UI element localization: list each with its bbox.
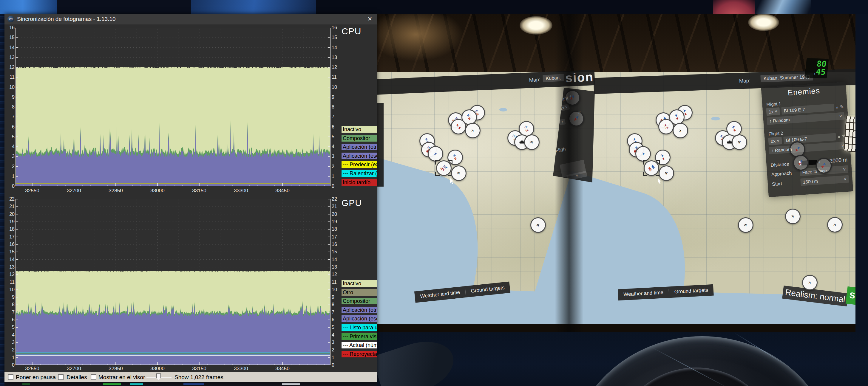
y-tick-label: 9 xyxy=(332,95,334,100)
title-bar[interactable]: VR Sincronización de fotogramas - 1.13.1… xyxy=(4,14,377,25)
glitch-pixel xyxy=(130,383,143,385)
pause-label: Poner en pausa xyxy=(16,374,56,381)
map-marker-k1[interactable]: ✈ xyxy=(524,134,539,150)
legend-item: Inactivo xyxy=(342,126,377,133)
wallpaper-right-strip xyxy=(856,14,868,332)
cpu-y-axis-left: 012345678910111213141516 xyxy=(5,28,14,186)
y-tick-label: 10 xyxy=(332,287,337,292)
frame-timing-window: VR Sincronización de fotogramas - 1.13.1… xyxy=(4,14,377,382)
y-tick-label: 8 xyxy=(332,104,334,110)
y-tick-label: 1 xyxy=(332,355,334,360)
y-tick-label: 7 xyxy=(12,310,14,315)
gpu-chart-title: GPU xyxy=(342,198,362,208)
y-tick-label: 18 xyxy=(9,227,14,232)
y-tick-label: 6 xyxy=(12,317,14,323)
map-marker-r2[interactable]: ✈✈ xyxy=(658,119,674,134)
plane-icon: ✈ xyxy=(743,222,748,228)
y-tick-label: 8 xyxy=(12,302,14,307)
legend-item: --- Primera visu xyxy=(342,333,377,340)
plane-icon: ✈ xyxy=(529,139,534,145)
x-tick-label: 32700 xyxy=(67,188,81,194)
y-tick-label: 9 xyxy=(332,294,334,300)
details-checkbox[interactable] xyxy=(58,374,64,380)
y-tick-label: 20 xyxy=(9,212,14,217)
x-tick-label: 32700 xyxy=(67,366,81,372)
map-marker-r2[interactable]: ✈✈ xyxy=(451,119,466,134)
map-marker-k1[interactable]: ✈ xyxy=(827,217,843,232)
y-tick-label: 15 xyxy=(9,35,14,40)
plane-icon: ✈ xyxy=(664,170,669,176)
y-tick-label: 14 xyxy=(332,257,337,262)
plane-icon: ✈ xyxy=(456,170,461,176)
x-tick-label: 32850 xyxy=(108,188,123,194)
frames-slider-thumb[interactable] xyxy=(156,374,161,380)
map-marker-k1[interactable]: ✈ xyxy=(659,165,674,181)
legend-item: Inicio tardío xyxy=(342,179,377,186)
map-marker-k1[interactable]: ✈ xyxy=(738,217,753,233)
map-marker-dial[interactable]: ✈✈ xyxy=(793,155,809,171)
glitch-strip xyxy=(4,382,377,386)
stereo-seam xyxy=(555,14,583,332)
y-tick-label: 0 xyxy=(332,362,334,368)
y-tick-label: 8 xyxy=(332,302,334,307)
y-tick-label: 2 xyxy=(12,347,14,353)
map-marker-k1[interactable]: ✈ xyxy=(465,123,480,138)
y-tick-label: 13 xyxy=(9,264,14,270)
y-tick-label: 18 xyxy=(332,227,337,232)
map-marker-b1[interactable]: ✈ xyxy=(428,146,443,162)
legend-item: Inactivo xyxy=(342,280,377,287)
legend-item: Otro xyxy=(342,289,377,296)
plane-icon: ✈ xyxy=(675,116,680,121)
x-tick-label: 33450 xyxy=(275,188,289,194)
map-marker-k1[interactable]: ✈ xyxy=(530,217,546,233)
glitch-pixel xyxy=(282,383,300,385)
glitch-pixel xyxy=(183,383,204,385)
y-tick-label: 5 xyxy=(12,325,14,330)
y-tick-label: 14 xyxy=(9,45,14,51)
x-tick-label: 33150 xyxy=(192,366,206,372)
y-tick-label: 3 xyxy=(332,154,334,159)
y-tick-label: 15 xyxy=(332,249,337,255)
selection-brackets xyxy=(643,160,660,176)
cpu-legend: InactivoCompositorAplicación (otroAplica… xyxy=(342,126,377,186)
y-tick-label: 14 xyxy=(9,257,14,262)
x-tick-label: 32850 xyxy=(108,366,123,372)
y-tick-label: 5 xyxy=(332,325,334,330)
y-tick-label: 3 xyxy=(12,340,14,345)
map-marker-k1[interactable]: ✈ xyxy=(802,275,817,290)
y-tick-label: 6 xyxy=(332,317,334,323)
gpu-legend: InactivoOtroCompositorAplicación (otroAp… xyxy=(342,280,377,364)
map-marker-k1[interactable]: ✈ xyxy=(732,134,747,150)
y-tick-label: 1 xyxy=(12,355,14,360)
y-tick-label: 1 xyxy=(12,174,14,179)
y-tick-label: 19 xyxy=(9,219,14,224)
y-tick-label: 5 xyxy=(332,134,334,139)
y-tick-label: 1 xyxy=(332,174,334,179)
pause-checkbox[interactable] xyxy=(8,374,13,380)
y-tick-label: 11 xyxy=(332,280,337,285)
map-markers-layer: ✈✈✈✈✈✈✈✈✈✈✈✈✈✈✈✈✈✈✈✈✈✈✈✈✈✈✈✈✈✈✈✈✈✈✈✈✈✈✈✈… xyxy=(377,14,856,332)
y-tick-label: 13 xyxy=(332,55,337,60)
map-marker-k1[interactable]: ✈ xyxy=(451,165,466,181)
y-tick-label: 10 xyxy=(9,287,14,292)
map-marker-b1[interactable]: ✈ xyxy=(636,146,651,162)
plane-icon: ✈ xyxy=(790,214,796,219)
plane-icon: ✈ xyxy=(737,139,742,145)
x-tick-label: 33000 xyxy=(150,188,164,194)
tank-icon xyxy=(520,141,525,144)
legend-item: Compositor xyxy=(342,135,377,141)
map-marker-k1[interactable]: ✈ xyxy=(673,123,688,138)
y-tick-label: 11 xyxy=(332,74,337,80)
y-tick-label: 4 xyxy=(12,332,14,338)
x-tick-label: 33300 xyxy=(234,366,248,372)
cpu-chart-plot xyxy=(16,28,331,186)
y-tick-label: 15 xyxy=(9,249,14,255)
map-marker-k1[interactable]: ✈ xyxy=(785,208,801,224)
frames-count-label: Show 1,022 frames xyxy=(175,374,223,381)
legend-item: --- Predecir (ex xyxy=(342,161,377,168)
close-button[interactable]: ✕ xyxy=(368,15,372,22)
y-tick-label: 22 xyxy=(332,196,337,202)
show-in-headset-checkbox[interactable] xyxy=(91,374,96,380)
map-marker-dial[interactable]: ✈✈ xyxy=(816,158,832,174)
y-tick-label: 16 xyxy=(9,242,14,247)
